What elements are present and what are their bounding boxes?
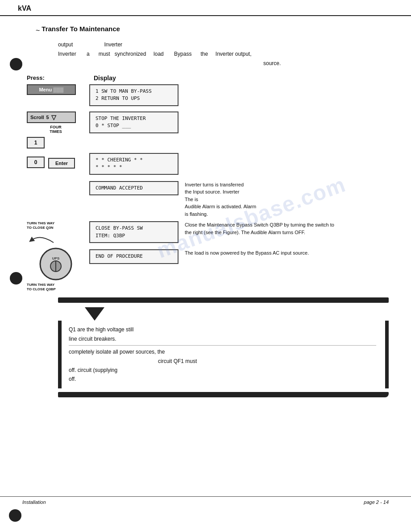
warning-line1: Q1 are the high voltage still	[69, 325, 376, 334]
display-screen-2: STOP THE INVERTER 0 * STOP ___	[89, 111, 179, 133]
display-screen-4: * * CHEERING * * * * * * *	[89, 153, 179, 175]
warning-line2: line circuit breakers.	[69, 334, 376, 343]
screen-2-line1: STOP THE INVERTER	[95, 115, 172, 123]
arrow-down-container	[58, 307, 389, 321]
circle-bullet-2	[10, 272, 22, 285]
menu-button[interactable]: Menu ▒▒▒	[27, 84, 76, 95]
arrow-top-label: TURN THIS WAYTO CLOSE Q3N	[27, 221, 85, 230]
step-1: Menu ▒▒▒ 1 SW TO MAN BY-PASS 2 RETURN TO…	[27, 84, 389, 109]
step-1-press: Menu ▒▒▒	[27, 84, 85, 98]
arrow-curve-svg	[27, 231, 62, 245]
step-3-press: 1	[27, 137, 85, 150]
command-accepted-content: COMMAND ACCEPTED Inverter turns is trans…	[89, 181, 256, 218]
step-4-display: * * CHEERING * * * * * * *	[89, 153, 389, 177]
screen-2-line2: 0 * STOP ___	[95, 122, 172, 130]
ca-note-1: Inverter turns is transferred	[185, 181, 256, 189]
step-2-display: STOP THE INVERTER 0 * STOP ___	[89, 111, 389, 136]
enter-row: 0 Enter	[27, 157, 85, 170]
end-procedure-row: END OF PROCEDURE The load is now powered…	[89, 249, 336, 267]
top-divider-bar	[58, 297, 389, 303]
bypass-row: TURN THIS WAYTO CLOSE Q3N UPS	[27, 221, 389, 293]
screen-4-line1: * * CHEERING * *	[95, 157, 172, 164]
scroll-arrow-icon: ▽	[51, 114, 56, 121]
warning-line3: completely isolate all power sources, th…	[69, 347, 376, 356]
intro-inverter-label: Inverter	[104, 41, 122, 49]
intro-line2: Inverter a must synchronized load Bypass…	[58, 51, 252, 57]
press-col-header: Press:	[27, 74, 85, 82]
ca-note-2: the Input source. Inverter	[185, 188, 256, 196]
ca-note-4: Audible Alarm is activated. Alarm	[185, 203, 256, 210]
key-1-button[interactable]: 1	[27, 137, 45, 148]
screen-1-line1: 1 SW TO MAN BY-PASS	[95, 88, 172, 95]
screen-4-line2: * * * * *	[95, 164, 172, 171]
tilde-icon: ~	[36, 27, 40, 35]
step-3: 1	[27, 137, 389, 150]
command-accepted-screen: COMMAND ACCEPTED	[89, 181, 179, 196]
enter-button[interactable]: Enter	[48, 158, 75, 169]
step-2: Scroll 5 ▽ FOURTIMES STOP THE INVERTER 0…	[27, 111, 389, 136]
step-4: 0 Enter * * CHEERING * * * * * * *	[27, 153, 389, 177]
page-header: kVA	[0, 0, 411, 16]
warning-separator	[69, 345, 376, 346]
command-accepted-note: Inverter turns is transferred the Input …	[185, 181, 256, 218]
display-col-header: Display	[94, 74, 116, 82]
arrow-bottom-label: TURN THIS WAYTO CLOSE Q3BP	[27, 283, 85, 291]
section-title: Transfer To Maintenance	[42, 25, 120, 33]
bypass-screen: CLOSE BY-PASS SW ITEM: Q3BP	[89, 221, 179, 243]
footer-right: page 2 - 14	[364, 499, 389, 505]
bypass-note: Close the Maintenance Bypass Switch Q3BP…	[185, 221, 336, 236]
end-procedure-note: The load is now powered by the Bypass AC…	[185, 249, 309, 257]
scroll-num: 5	[46, 115, 49, 120]
switch-diagram-area: TURN THIS WAYTO CLOSE Q3N UPS	[27, 221, 85, 293]
step-4-press: 0 Enter	[27, 157, 85, 173]
scroll-label: Scroll	[30, 115, 44, 120]
bypass-line2: ITEM: Q3BP	[95, 232, 172, 240]
page-footer: Installation page 2 - 14	[0, 496, 411, 507]
step-1-display: 1 SW TO MAN BY-PASS 2 RETURN TO UPS	[89, 84, 389, 109]
bypass-right-col: CLOSE BY-PASS SW ITEM: Q3BP Close the Ma…	[89, 221, 336, 267]
ca-note-5: is flashing.	[185, 210, 256, 218]
end-procedure-screen: END OF PROCEDURE	[89, 249, 179, 264]
circle-bullet-3	[9, 509, 21, 523]
press-label: Press:	[27, 74, 45, 81]
warning-line4: circuit QF1 must	[69, 357, 376, 366]
step-2-press: Scroll 5 ▽ FOURTIMES	[27, 111, 85, 136]
command-accepted-text: COMMAND ACCEPTED	[95, 185, 172, 192]
intro-line3: source.	[263, 60, 281, 66]
svg-text:UPS: UPS	[52, 256, 60, 260]
switch-svg: UPS	[38, 246, 74, 282]
circle-bullet-1	[10, 58, 22, 70]
scroll-button[interactable]: Scroll 5 ▽	[27, 111, 76, 123]
warning-line5: off. circuit (supplying	[69, 366, 376, 375]
key-0-button[interactable]: 0	[27, 157, 45, 168]
main-content: ~ Transfer To Maintenance output Inverte…	[0, 25, 411, 397]
bypass-screen-row: CLOSE BY-PASS SW ITEM: Q3BP Close the Ma…	[89, 221, 336, 246]
header-title: kVA	[18, 4, 31, 12]
four-times-label: FOURTIMES	[27, 125, 85, 134]
command-accepted-row: COMMAND ACCEPTED Inverter turns is trans…	[27, 181, 389, 218]
bottom-divider-bar	[58, 392, 389, 397]
intro-text: output Inverter Inverter a must synchron…	[58, 41, 389, 68]
ca-note-3: The is	[185, 196, 256, 203]
arrow-down-icon	[85, 307, 104, 321]
footer-left: Installation	[22, 499, 46, 505]
end-procedure-text: END OF PROCEDURE	[95, 253, 172, 260]
display-label: Display	[94, 74, 116, 82]
bypass-line1: CLOSE BY-PASS SW	[95, 225, 172, 232]
warning-line6: off.	[69, 375, 376, 384]
warning-box: Q1 are the high voltage still line circu…	[58, 321, 389, 388]
screen-1-line2: 2 RETURN TO UPS	[95, 95, 172, 103]
intro-output: output	[58, 41, 73, 49]
display-screen-1: 1 SW TO MAN BY-PASS 2 RETURN TO UPS	[89, 84, 179, 106]
